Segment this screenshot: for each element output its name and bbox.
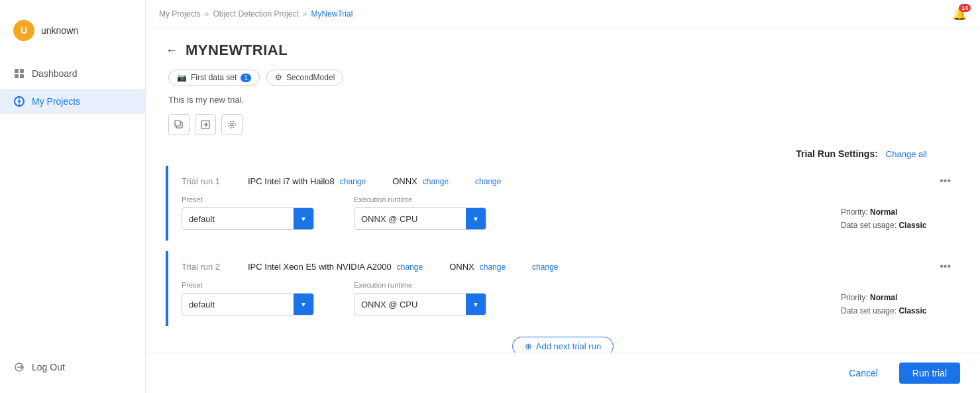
trial-run-1-label: Trial run 1 xyxy=(182,176,235,186)
copy-icon xyxy=(174,120,184,129)
tag-first-dataset-label: First data set xyxy=(191,73,237,82)
trial-run-1-top: Trial run 1 IPC Intel i7 with Hailo8 cha… xyxy=(182,176,947,186)
trial-run-2-preset-select[interactable]: default ▼ xyxy=(182,293,314,315)
trial-run-2-exec-value: ONNX @ CPU xyxy=(354,296,466,313)
topbar: My Projects » Object Detection Project »… xyxy=(146,0,980,28)
settings-icon-btn[interactable] xyxy=(221,114,243,135)
trial-run-1-preset-group: Preset default ▼ xyxy=(182,196,314,230)
dashboard-icon xyxy=(13,68,25,80)
model-icon: ⚙ xyxy=(275,73,282,82)
run-trial-button[interactable]: Run trial xyxy=(899,363,960,384)
breadcrumb-sep-2: » xyxy=(303,9,307,19)
breadcrumb-sep-1: » xyxy=(205,9,209,19)
trial-run-1-preset-label: Preset xyxy=(182,196,314,203)
camera-icon: 📷 xyxy=(177,73,187,82)
trial-run-1-preset-dropdown[interactable]: ▼ xyxy=(294,208,313,229)
tags-row: 📷 First data set 1 ⚙ SecondModel xyxy=(168,70,960,85)
trial-run-2-preset-value: default xyxy=(182,296,294,313)
trial-run-1-priority-value: Normal xyxy=(870,207,897,217)
logout-icon xyxy=(13,361,25,373)
share-icon xyxy=(201,120,210,129)
notification-button[interactable]: 🔔 14 xyxy=(952,7,967,21)
svg-rect-3 xyxy=(20,74,24,78)
trial-run-1-format: ONNX xyxy=(392,176,417,186)
trial-run-1-priority-label: Priority: xyxy=(841,207,868,217)
add-trial-label: Add next trial run xyxy=(536,341,601,351)
trial-run-2-device-change[interactable]: change xyxy=(397,262,423,272)
trial-run-1-dataset-line: Data set usage: Classic xyxy=(841,221,947,230)
share-icon-btn[interactable] xyxy=(195,114,216,135)
breadcrumb-object-detection[interactable]: Object Detection Project xyxy=(213,9,298,19)
add-circle-icon: ⊕ xyxy=(525,341,532,351)
tag-first-dataset[interactable]: 📷 First data set 1 xyxy=(168,70,260,85)
tag-second-model[interactable]: ⚙ SecondModel xyxy=(266,70,343,85)
trial-run-1-exec-label: Execution runtime xyxy=(354,196,486,203)
trial-run-2-priority-value: Normal xyxy=(870,293,897,302)
trial-run-2-fields: Preset default ▼ Execution runtime ONNX … xyxy=(182,281,947,315)
svg-point-16 xyxy=(231,123,233,126)
svg-rect-1 xyxy=(20,69,24,73)
trial-run-2-priority-line: Priority: Normal xyxy=(841,293,947,302)
trial-run-2-dataset-line: Data set usage: Classic xyxy=(841,306,947,315)
trial-run-1-right-change[interactable]: change xyxy=(475,177,501,186)
breadcrumb-trial[interactable]: MyNewTrial xyxy=(311,9,353,19)
trial-run-2-more-btn[interactable]: ••• xyxy=(940,260,951,272)
footer-actions: Cancel Run trial xyxy=(146,353,980,393)
breadcrumb-my-projects[interactable]: My Projects xyxy=(159,9,201,19)
trial-run-1-exec-select[interactable]: ONNX @ CPU ▼ xyxy=(354,207,486,230)
settings-icon xyxy=(227,120,237,129)
page-header: ← MYNEWTRIAL xyxy=(166,42,960,59)
trial-run-1-device-change[interactable]: change xyxy=(340,177,366,186)
trial-run-card-2: ••• Trial run 2 IPC Intel Xeon E5 with N… xyxy=(166,251,960,326)
change-all-link[interactable]: Change all xyxy=(886,149,927,159)
svg-point-5 xyxy=(18,100,21,103)
trial-run-1-preset-value: default xyxy=(182,210,294,228)
sidebar-bottom: Log Out xyxy=(0,355,145,393)
trial-run-2-exec-dropdown[interactable]: ▼ xyxy=(466,294,486,315)
trial-run-2-label: Trial run 2 xyxy=(182,262,235,272)
sidebar: U unknown Dashboard xyxy=(0,0,146,393)
cancel-button[interactable]: Cancel xyxy=(836,363,891,384)
svg-rect-11 xyxy=(175,121,180,126)
trial-run-1-exec-dropdown[interactable]: ▼ xyxy=(466,208,486,229)
page-title: MYNEWTRIAL xyxy=(186,42,288,59)
dashboard-label: Dashboard xyxy=(32,68,78,79)
copy-icon-btn[interactable] xyxy=(168,114,190,135)
trial-run-2-top: Trial run 2 IPC Intel Xeon E5 with NVIDI… xyxy=(182,262,947,272)
my-projects-label: My Projects xyxy=(32,96,80,107)
trial-run-2-exec-label: Execution runtime xyxy=(354,281,486,289)
trial-run-1-preset-select[interactable]: default ▼ xyxy=(182,207,314,230)
trial-run-2-device: IPC Intel Xeon E5 with NVIDIA A2000 xyxy=(248,262,392,272)
sidebar-item-dashboard[interactable]: Dashboard xyxy=(0,61,145,86)
trial-run-1-dataset-value: Classic xyxy=(898,221,926,230)
trial-run-1-format-change[interactable]: change xyxy=(423,177,449,186)
trial-run-2-exec-select[interactable]: ONNX @ CPU ▼ xyxy=(354,293,486,315)
trial-run-card-1: ••• Trial run 1 IPC Intel i7 with Hailo8… xyxy=(166,166,960,241)
trial-run-1-device: IPC Intel i7 with Hailo8 xyxy=(248,176,335,186)
trial-run-2-priority-label: Priority: xyxy=(841,293,868,302)
trial-description: This is my new trial. xyxy=(168,95,960,105)
trial-run-1-exec-group: Execution runtime ONNX @ CPU ▼ xyxy=(354,196,486,230)
trial-run-2-preset-dropdown[interactable]: ▼ xyxy=(294,294,313,315)
trial-run-1-more-btn[interactable]: ••• xyxy=(940,175,951,187)
notification-badge: 14 xyxy=(959,4,971,12)
avatar: U xyxy=(13,20,34,41)
add-trial-button[interactable]: ⊕ Add next trial run xyxy=(512,337,614,353)
svg-point-17 xyxy=(229,121,235,128)
trial-run-1-priority: Priority: Normal Data set usage: Classic xyxy=(841,207,947,230)
sidebar-item-logout[interactable]: Log Out xyxy=(0,355,145,380)
trial-settings-label: Trial Run Settings: xyxy=(796,148,878,159)
trial-run-2-dataset-value: Classic xyxy=(898,306,926,315)
sidebar-item-my-projects[interactable]: My Projects xyxy=(0,89,145,114)
breadcrumb: My Projects » Object Detection Project »… xyxy=(159,9,353,19)
trial-run-2-right-change[interactable]: change xyxy=(532,262,558,272)
trial-run-1-dataset-label: Data set usage: xyxy=(841,221,897,230)
trial-run-1-fields: Preset default ▼ Execution runtime ONNX … xyxy=(182,196,947,230)
trial-run-2-format: ONNX xyxy=(449,262,474,272)
username: unknown xyxy=(41,25,78,36)
trial-run-2-format-change[interactable]: change xyxy=(480,262,506,272)
trial-run-2-exec-group: Execution runtime ONNX @ CPU ▼ xyxy=(354,281,486,315)
page-content: ← MYNEWTRIAL 📷 First data set 1 ⚙ Second… xyxy=(146,28,980,353)
back-button[interactable]: ← xyxy=(166,44,178,58)
add-trial-row: ⊕ Add next trial run xyxy=(166,337,960,353)
